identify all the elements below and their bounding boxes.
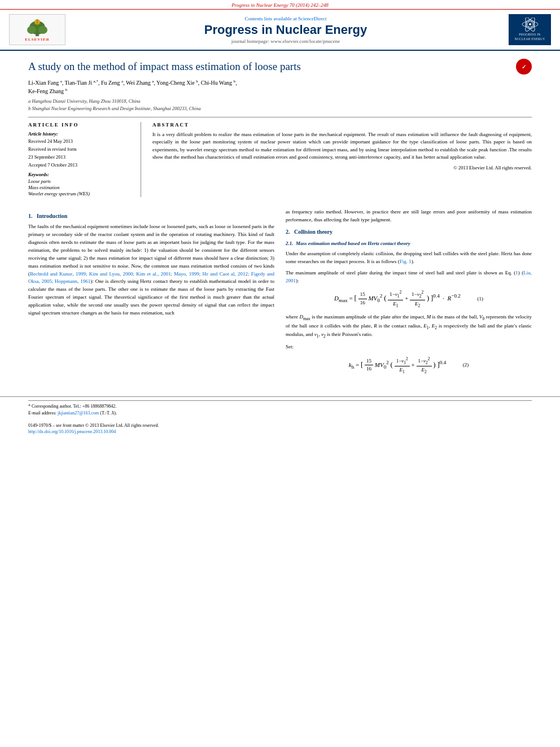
svg-text:✓: ✓: [522, 64, 526, 70]
footer-doi[interactable]: http://dx.doi.org/10.1016/j.pnucene.2013…: [28, 429, 532, 434]
footnote-email-suffix: (T.-T. Ji).: [100, 410, 117, 416]
article-info-abstract: ARTICLE INFO Article history: Received 2…: [28, 117, 532, 198]
fig1-ref[interactable]: Fig. 1: [400, 259, 412, 264]
contents-label: Contents lists available at: [245, 16, 297, 21]
svg-point-3: [38, 26, 47, 34]
accepted-date: Accepted 7 October 2013: [28, 162, 134, 169]
affiliations: a Hangzhou Dianzi University, Hang Zhou …: [28, 98, 532, 112]
section1-label: Introduction: [37, 213, 67, 219]
journal-homepage: journal homepage: www.elsevier.com/locat…: [71, 38, 500, 44]
article-info-heading: ARTICLE INFO: [28, 122, 134, 128]
elsevier-logo: ELSEVIER: [9, 14, 65, 45]
footnote-star: * Corresponding author. Tel.: +86 188688…: [28, 403, 532, 410]
body-right-col: as frequency ratio method. However, in p…: [286, 208, 532, 379]
journal-title: Progress in Nuclear Energy: [71, 23, 500, 37]
author-fang: Li-Xian Fang a,: [28, 80, 65, 86]
received-date: Received 24 May 2013: [28, 138, 134, 145]
pne-logo: PROGRESS IN NUCLEAR ENERGY: [509, 14, 551, 45]
set-label: Set:: [286, 343, 532, 351]
affiliation-a: a Hangzhou Dianzi University, Hang Zhou …: [28, 98, 532, 105]
section2-sub1-para1: Under the assumption of completely elast…: [286, 250, 532, 266]
section1-number: 1.: [28, 213, 36, 219]
author-zeng: Fu Zeng a,: [101, 80, 126, 86]
article-title: A study on the method of impact mass est…: [28, 60, 532, 74]
pne-logo-text: PROGRESS IN NUCLEAR ENERGY: [511, 33, 549, 41]
abstract-col: ABSTRACT It is a very difficult problem …: [152, 122, 532, 198]
article-info-col: ARTICLE INFO Article history: Received 2…: [28, 122, 141, 198]
footer: * Corresponding author. Tel.: +86 188688…: [0, 396, 560, 438]
abstract-heading: ABSTRACT: [152, 122, 532, 128]
equation-1-number: (1): [472, 295, 483, 303]
author-wang: Chi-Hu Wang b,: [201, 80, 237, 86]
keyword-2: Mass estimation: [28, 185, 134, 190]
abstract-copyright: © 2013 Elsevier Ltd. All rights reserved…: [152, 165, 532, 171]
elsevier-label: ELSEVIER: [25, 37, 49, 42]
svg-point-2: [27, 26, 36, 34]
section2-sub1-title: 2.1. Mass estimation method based on Her…: [286, 240, 532, 248]
crossmark-icon: ✓: [516, 59, 532, 75]
section1-para1: The faults of the mechanical equipment s…: [28, 223, 274, 317]
author-xie: Yong-Cheng Xie b,: [156, 80, 201, 86]
footer-issn: 0149-1970/$ – see front matter © 2013 El…: [28, 422, 532, 429]
keyword-1: Loose parts: [28, 178, 134, 184]
section1-title: 1. Introduction: [28, 212, 274, 221]
affiliation-b: b Shanghai Nuclear Engineering Research …: [28, 105, 532, 112]
authors: Li-Xian Fang a, Tian-Tian Ji a,*, Fu Zen…: [28, 78, 532, 96]
footer-bottom: 0149-1970/$ – see front matter © 2013 El…: [28, 422, 532, 434]
equation-1-block: Dmax = [ 15 16 MV02 ( 1−v12 E1 + 1−v22 E…: [286, 289, 532, 309]
footnote-email-link[interactable]: jkjiantian27@163.com: [58, 410, 99, 416]
section2-number: 2.: [286, 229, 293, 235]
author-ji: Tian-Tian Ji a,*,: [65, 80, 101, 86]
received-revised-label: Received in revised form: [28, 146, 134, 153]
author-zhang-w: Wei Zhang a,: [126, 80, 156, 86]
keywords-label: Keywords:: [28, 172, 134, 177]
keyword-3: Wavelet energy spectrum (WES): [28, 191, 134, 196]
body-content: 1. Introduction The faults of the mechan…: [0, 203, 560, 385]
body-left-col: 1. Introduction The faults of the mechan…: [28, 208, 274, 379]
crossmark-badge[interactable]: ✓: [516, 59, 532, 75]
section2-sub1-para2: The maximum amplitude of steel plate dur…: [286, 269, 532, 285]
history-label: Article history:: [28, 131, 134, 137]
section2-label: Collision theory: [294, 229, 333, 235]
equation-2: kh = [ 15 16 MV02 ( 1−v12 E1 + 1−v22 E2 …: [349, 356, 446, 375]
footnote-email-label: E-mail address:: [28, 410, 56, 416]
journal-header: ELSEVIER Contents lists available at Sci…: [0, 10, 560, 51]
sciencedirect-link-text[interactable]: ScienceDirect: [298, 16, 326, 21]
journal-reference-text: Progress in Nuclear Energy 70 (2014) 242…: [231, 2, 328, 8]
equation-2-number: (2): [457, 361, 469, 369]
section1-para2: as frequency ratio method. However, in p…: [286, 208, 532, 224]
pne-logo-container: PROGRESS IN NUCLEAR ENERGY: [500, 14, 551, 45]
equation-1: Dmax = [ 15 16 MV02 ( 1−v12 E1 + 1−v22 E…: [334, 289, 461, 309]
svg-point-10: [529, 23, 531, 25]
sciencedirect-link: Contents lists available at ScienceDirec…: [71, 16, 500, 21]
article-content: ✓ A study on the method of impact mass e…: [0, 51, 560, 203]
elsevier-logo-container: ELSEVIER: [9, 14, 71, 45]
footnote-email-line: E-mail address: jkjiantian27@163.com (T.…: [28, 410, 532, 417]
liu2001-ref[interactable]: Liu, 2001: [286, 270, 532, 283]
received-revised-date: 23 September 2013: [28, 154, 134, 161]
author-zhang-k: Ke-Feng Zhang b: [28, 88, 67, 94]
eq1-description: where Dmax is the maximum amplitude of t…: [286, 313, 532, 339]
footnote-corresponding: * Corresponding author. Tel.: +86 188688…: [28, 404, 116, 409]
journal-reference-bar: Progress in Nuclear Energy 70 (2014) 242…: [0, 0, 560, 10]
abstract-text: It is a very difficult problem to realiz…: [152, 131, 532, 161]
journal-center-info: Contents lists available at ScienceDirec…: [71, 16, 500, 44]
eq1-ref[interactable]: 1: [515, 270, 518, 276]
equation-2-block: kh = [ 15 16 MV02 ( 1−v12 E1 + 1−v22 E2 …: [286, 356, 532, 375]
ref-link-1[interactable]: Bechtold and Kunze, 1999; Kim and Lyou, …: [28, 271, 274, 285]
section2-title: 2. Collision theory: [286, 228, 532, 237]
